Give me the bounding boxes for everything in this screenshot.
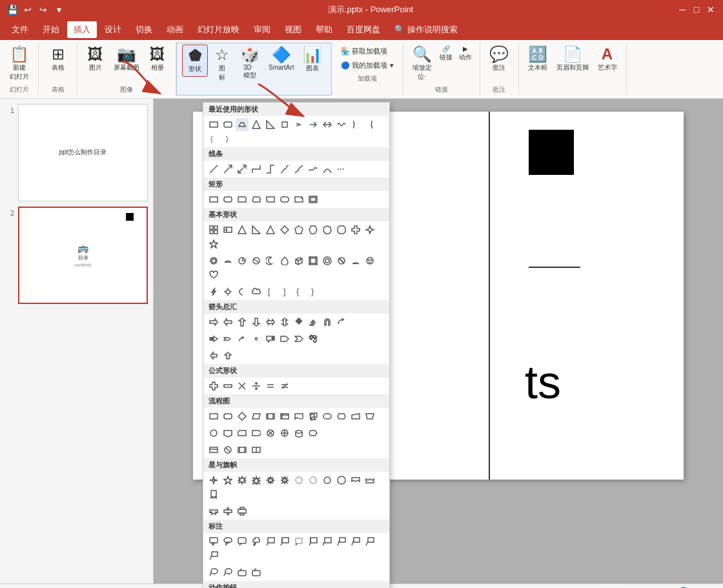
- basic-pie[interactable]: [236, 254, 249, 267]
- flow-manual-op[interactable]: [363, 410, 376, 423]
- menu-item-home[interactable]: 开始: [36, 21, 66, 38]
- basic-hept[interactable]: [321, 223, 334, 236]
- basic-brace-close[interactable]: }: [307, 285, 320, 298]
- shape-rt-tri[interactable]: [264, 118, 277, 131]
- callout-extra4[interactable]: [250, 566, 263, 579]
- redo-icon[interactable]: ↪: [37, 4, 49, 15]
- shape-arr-r[interactable]: [292, 118, 305, 131]
- undo-icon[interactable]: ↩: [22, 4, 34, 15]
- arr-right[interactable]: [207, 316, 220, 329]
- flow-data[interactable]: [250, 410, 263, 423]
- line-straight[interactable]: [207, 163, 220, 176]
- basic-donut[interactable]: [321, 254, 334, 267]
- stars-24pt[interactable]: [321, 474, 334, 487]
- flow-summing[interactable]: [264, 427, 277, 440]
- flow-proc[interactable]: [207, 410, 220, 423]
- shape-rect[interactable]: [207, 118, 220, 131]
- arr-striped[interactable]: [207, 332, 220, 345]
- basic-lightning[interactable]: [207, 285, 220, 298]
- comment-button[interactable]: 💬 批注: [485, 44, 513, 75]
- flow-extra2[interactable]: [221, 443, 234, 456]
- basic-grid[interactable]: [207, 223, 220, 236]
- callout-line4[interactable]: [349, 535, 362, 548]
- rect-snip1[interactable]: [236, 193, 249, 206]
- stars-32pt[interactable]: [335, 474, 348, 487]
- stars-extra1[interactable]: [207, 505, 220, 518]
- save-icon[interactable]: 💾: [6, 4, 18, 15]
- basic-cloud[interactable]: [250, 285, 263, 298]
- line-elbow[interactable]: [250, 163, 263, 176]
- customize-icon[interactable]: ▾: [53, 4, 65, 15]
- minimize-icon[interactable]: ─: [677, 4, 688, 15]
- flow-extra3[interactable]: [236, 443, 249, 456]
- stars-8pt[interactable]: [264, 474, 277, 487]
- basic-tear[interactable]: [278, 254, 291, 267]
- callout-line5[interactable]: [363, 535, 376, 548]
- stars-12pt[interactable]: [292, 474, 305, 487]
- basic-smiley[interactable]: [363, 254, 376, 267]
- basic-sun[interactable]: [221, 285, 234, 298]
- shape-curly-l[interactable]: {: [207, 132, 220, 145]
- flow-display[interactable]: [307, 427, 320, 440]
- rect-snip4[interactable]: [278, 193, 291, 206]
- picture-button[interactable]: 🖼 图片: [83, 44, 108, 75]
- callout-accent2[interactable]: [278, 535, 291, 548]
- arr-uturn[interactable]: [321, 316, 334, 329]
- callout-extra3[interactable]: [236, 566, 249, 579]
- basic-pent[interactable]: [292, 223, 305, 236]
- callout-extra2[interactable]: [221, 566, 234, 579]
- shape-dbl-arr[interactable]: [321, 118, 334, 131]
- flow-extra1[interactable]: [207, 443, 220, 456]
- menu-item-help[interactable]: 帮助: [309, 21, 339, 38]
- 3d-button[interactable]: 🎲 3D模型: [236, 45, 263, 83]
- stars-5pt[interactable]: [221, 474, 234, 487]
- basic-diamond[interactable]: [278, 223, 291, 236]
- flow-decision[interactable]: [236, 410, 249, 423]
- arr-curved-dbl[interactable]: [250, 332, 263, 345]
- screenshot-button[interactable]: 📷 屏幕截图: [110, 44, 143, 75]
- line-elbow2[interactable]: [264, 163, 277, 176]
- action-button[interactable]: ▶ 动作: [456, 44, 474, 63]
- my-addins-button[interactable]: 🔵 我的加载项 ▾: [337, 59, 397, 72]
- stars-7pt[interactable]: [250, 474, 263, 487]
- header-footer-button[interactable]: 📄 页眉和页脚: [553, 44, 593, 75]
- basic-star4[interactable]: [363, 223, 376, 236]
- basic-star5[interactable]: [207, 238, 220, 250]
- formula-multiply[interactable]: [236, 380, 249, 392]
- basic-text[interactable]: [221, 223, 234, 236]
- basic-bracket-l[interactable]: [: [264, 285, 277, 298]
- link-button[interactable]: 🔗 链接: [437, 44, 455, 63]
- flow-internal[interactable]: [278, 410, 291, 423]
- flow-extra4[interactable]: [250, 443, 263, 456]
- callout-rect3[interactable]: [236, 535, 249, 548]
- chart-button[interactable]: 📊 图表: [299, 45, 326, 76]
- basic-iso-tri[interactable]: [264, 223, 277, 236]
- line-connector[interactable]: [335, 163, 348, 176]
- shape-wave[interactable]: [335, 118, 348, 131]
- wordart-button[interactable]: A 艺术字: [594, 44, 621, 75]
- formula-notequals[interactable]: [278, 380, 291, 392]
- shape-arr-r2[interactable]: [307, 118, 320, 131]
- callout-cloud2[interactable]: [250, 535, 263, 548]
- stars-10pt[interactable]: [278, 474, 291, 487]
- menu-item-search[interactable]: 🔍 操作说明搜索: [388, 21, 464, 38]
- menu-item-transition[interactable]: 切换: [129, 21, 159, 38]
- flow-manual-input[interactable]: [349, 410, 362, 423]
- stars-16pt[interactable]: [307, 474, 320, 487]
- menu-item-review[interactable]: 审阅: [247, 21, 277, 38]
- shape-brace-l[interactable]: [349, 118, 362, 131]
- stars-extra3[interactable]: [236, 505, 249, 518]
- arr-lr[interactable]: [264, 316, 277, 329]
- flow-card[interactable]: [236, 427, 249, 440]
- flow-connector[interactable]: [207, 427, 220, 440]
- flow-alt-proc[interactable]: [221, 410, 234, 423]
- rect-snip3[interactable]: [264, 193, 277, 206]
- flow-off-page[interactable]: [221, 427, 234, 440]
- shape-para[interactable]: [278, 118, 291, 131]
- basic-nosmoking[interactable]: [335, 254, 348, 267]
- basic-moon[interactable]: [236, 285, 249, 298]
- basic-brace-open[interactable]: {: [292, 285, 305, 298]
- basic-ring[interactable]: [207, 254, 220, 267]
- menu-item-file[interactable]: 文件: [5, 21, 35, 38]
- flow-prep[interactable]: [335, 410, 348, 423]
